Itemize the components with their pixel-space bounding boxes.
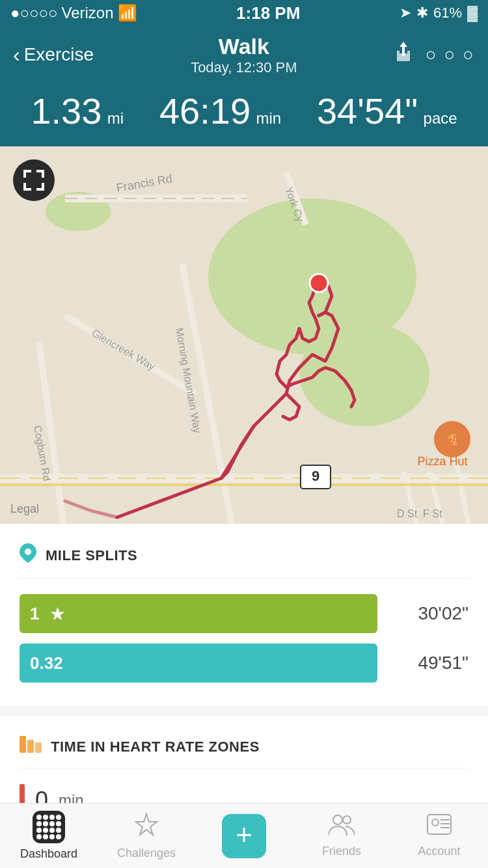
svg-text:F St: F St — [423, 508, 442, 519]
split-bar-1: 1 ★ — [20, 594, 377, 633]
challenges-icon — [133, 811, 159, 843]
location-icon: ➤ — [400, 5, 411, 21]
svg-text:D St: D St — [397, 508, 418, 519]
map-container[interactable]: Francis Rd York Cy Cogburn Rd Glencreek … — [0, 146, 488, 524]
stat-duration: 46:19 min — [159, 90, 281, 133]
svg-point-35 — [333, 815, 342, 824]
distance-unit: mi — [107, 109, 124, 127]
nav-title: Walk Today, 12:30 PM — [191, 34, 297, 76]
tab-challenges[interactable]: Challenges — [98, 811, 195, 860]
mile-splits-title: MILE SPLITS — [46, 547, 137, 564]
battery-percent: 61% — [433, 5, 462, 21]
battery-icon: ▓ — [467, 5, 478, 21]
bluetooth-icon: ✱ — [416, 5, 428, 21]
split-time-1: 30'02" — [390, 603, 468, 624]
nav-actions: ○ ○ ○ — [394, 42, 475, 68]
expand-map-button[interactable] — [13, 159, 55, 201]
tab-bar: Dashboard Challenges + Friends — [0, 803, 488, 868]
pace-value: 34'54" — [317, 90, 418, 131]
add-icon: + — [222, 814, 266, 858]
stat-pace: 34'54" pace — [317, 90, 457, 133]
tab-dashboard[interactable]: Dashboard — [0, 811, 98, 861]
back-label: Exercise — [24, 44, 94, 65]
split-label-2: 0.32 — [30, 653, 63, 673]
svg-rect-33 — [27, 740, 34, 753]
heart-rate-header: TIME IN HEART RATE ZONES — [20, 736, 468, 768]
share-button[interactable] — [394, 42, 413, 68]
tab-account-label: Account — [418, 845, 460, 858]
legal-text: Legal — [10, 502, 39, 516]
svg-rect-32 — [20, 736, 26, 753]
mile-splits-header: MILE SPLITS — [20, 543, 468, 578]
status-time: 1:18 PM — [236, 3, 300, 23]
dashboard-icon — [33, 811, 65, 843]
back-button[interactable]: ‹ Exercise — [13, 43, 94, 67]
split-time-2: 49'51" — [390, 653, 468, 673]
stat-distance: 1.33 mi — [31, 90, 124, 133]
split-bar-2: 0.32 — [20, 644, 377, 683]
mile-splits-section: MILE SPLITS 1 ★ 30'02" 0.32 49'51" — [0, 524, 488, 706]
tab-dashboard-label: Dashboard — [20, 847, 77, 861]
svg-rect-34 — [35, 742, 42, 753]
signal-dots: ●○○○○ — [10, 4, 57, 22]
wifi-icon: 📶 — [118, 4, 137, 22]
account-icon — [426, 813, 452, 841]
tab-account[interactable]: Account — [390, 813, 488, 858]
chevron-left-icon: ‹ — [13, 43, 20, 67]
split-label-1: 1 — [30, 604, 39, 624]
svg-point-2 — [299, 322, 429, 426]
svg-point-31 — [25, 549, 31, 555]
svg-text:🍕: 🍕 — [446, 433, 459, 446]
heart-rate-icon — [20, 736, 42, 757]
distance-value: 1.33 — [31, 90, 102, 131]
heart-rate-title: TIME IN HEART RATE ZONES — [51, 739, 260, 755]
friends-icon — [329, 813, 355, 841]
carrier-name: Verizon — [61, 4, 113, 22]
split-row-2: 0.32 49'51" — [20, 644, 468, 683]
svg-point-25 — [314, 278, 323, 288]
split-star-1: ★ — [49, 603, 66, 625]
split-row-1: 1 ★ 30'02" — [20, 594, 468, 633]
svg-text:Pizza Hut: Pizza Hut — [417, 455, 467, 468]
svg-point-36 — [343, 816, 351, 824]
tab-add[interactable]: + — [195, 814, 293, 858]
location-pin-icon — [20, 543, 36, 567]
tab-friends-label: Friends — [322, 845, 361, 858]
pace-unit: pace — [424, 109, 457, 127]
tab-challenges-label: Challenges — [117, 847, 176, 860]
status-bar: ●○○○○ Verizon 📶 1:18 PM ➤ ✱ 61% ▓ — [0, 0, 488, 26]
status-right: ➤ ✱ 61% ▓ — [400, 5, 478, 21]
svg-point-38 — [432, 819, 439, 826]
tab-friends[interactable]: Friends — [293, 813, 390, 858]
nav-header: ‹ Exercise Walk Today, 12:30 PM ○ ○ ○ — [0, 26, 488, 83]
more-button[interactable]: ○ ○ ○ — [426, 44, 475, 65]
workout-datetime: Today, 12:30 PM — [191, 59, 297, 75]
status-carrier: ●○○○○ Verizon 📶 — [10, 4, 137, 22]
svg-text:9: 9 — [312, 468, 319, 484]
duration-value: 46:19 — [159, 90, 251, 131]
duration-unit: min — [256, 109, 282, 127]
workout-type: Walk — [191, 34, 297, 59]
stats-bar: 1.33 mi 46:19 min 34'54" pace — [0, 83, 488, 146]
